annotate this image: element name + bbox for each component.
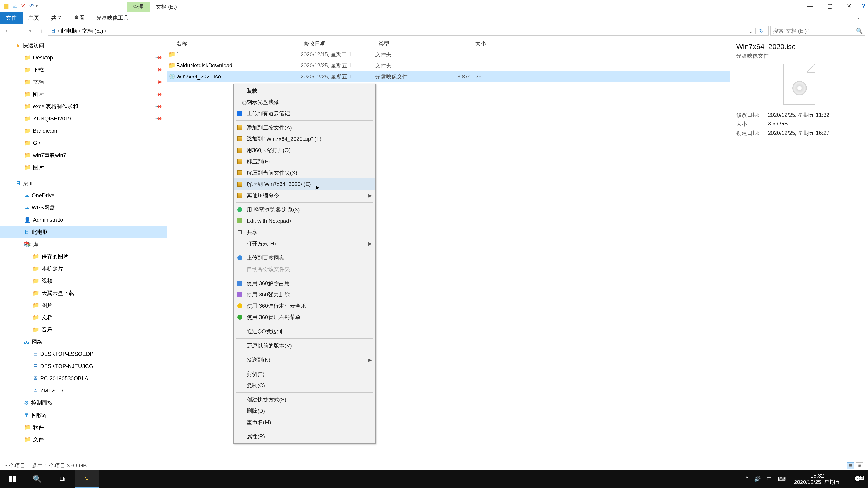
minimize-button[interactable]: — [801, 0, 820, 12]
file-row[interactable]: 📁 1 2020/12/15, 星期二 1... 文件夹 [167, 49, 730, 60]
expand-ribbon-icon[interactable]: ⌄ [857, 15, 861, 21]
chevron-right-icon[interactable]: › [57, 29, 59, 33]
tree-item[interactable]: 🖥PC-20190530OBLA [0, 372, 167, 385]
tree-item[interactable]: ☁OneDrive [0, 189, 167, 201]
taskbar-clock[interactable]: 16:32 2020/12/25, 星期五 [792, 473, 843, 485]
ribbon-tab-home[interactable]: 主页 [23, 12, 45, 24]
help-icon[interactable]: ? [859, 0, 868, 12]
menu-item[interactable]: 其他压缩命令▶ [234, 190, 375, 201]
refresh-icon[interactable]: ↻ [757, 28, 766, 34]
menu-item[interactable]: 删除(D) [234, 405, 375, 417]
menu-item[interactable]: 使用 360强力删除 [234, 289, 375, 300]
undo-icon[interactable]: ↶ [28, 2, 36, 10]
ribbon-tab-iso-tools[interactable]: 光盘映像工具 [90, 12, 135, 24]
tree-item[interactable]: ☁WPS网盘 [0, 201, 167, 214]
tray-overflow-icon[interactable]: ˄ [745, 476, 748, 482]
tree-item[interactable]: 📁视频 [0, 275, 167, 287]
contextual-tab-manage[interactable]: 管理 [127, 2, 150, 12]
nav-recent-dropdown[interactable]: ▾ [25, 26, 35, 36]
tree-item[interactable]: 📁图片 [0, 299, 167, 311]
navigation-tree[interactable]: ★快速访问 📁Desktop📌📁下载📌📁文档📌📁图片📌📁excel表格制作求和📌… [0, 38, 167, 461]
menu-item[interactable]: 添加到压缩文件(A)... [234, 122, 375, 133]
tree-item[interactable]: 📁文档📌 [0, 76, 167, 88]
tree-item[interactable]: 📁文件 [0, 433, 167, 446]
tree-item[interactable]: 📁本机照片 [0, 263, 167, 275]
tree-item[interactable]: 📁Desktop📌 [0, 52, 167, 64]
breadcrumb-segment[interactable]: 文档 (E:) [82, 27, 103, 35]
tree-item[interactable]: 🖥DESKTOP-LSSOEDP [0, 348, 167, 360]
col-date[interactable]: 修改日期 [301, 40, 375, 47]
menu-item[interactable]: 使用 360进行木马云查杀 [234, 300, 375, 312]
chevron-right-icon[interactable]: › [104, 29, 107, 33]
qat-dropdown-icon[interactable]: ▾ [36, 4, 40, 8]
tree-item[interactable]: 📁软件 [0, 421, 167, 433]
tree-item[interactable]: 📁win7重装win7 [0, 149, 167, 161]
menu-item[interactable]: 共享 [234, 227, 375, 238]
delete-icon[interactable]: ✕ [20, 2, 27, 10]
tree-item[interactable]: 🖥DESKTOP-NJEU3CG [0, 360, 167, 372]
menu-item[interactable]: Edit with Notepad++ [234, 215, 375, 227]
menu-item[interactable]: 发送到(N)▶ [234, 354, 375, 365]
tree-item[interactable]: 📁天翼云盘下载 [0, 287, 167, 299]
tree-item[interactable]: 📁YUNQISHI2019📌 [0, 112, 167, 125]
tree-item[interactable]: 🗑回收站 [0, 409, 167, 421]
view-thumbnails-button[interactable]: ▦ [856, 462, 864, 469]
file-tab[interactable]: 文件 [0, 12, 23, 24]
tree-item[interactable]: 📁音乐 [0, 324, 167, 336]
context-menu[interactable]: 装载刻录光盘映像上传到有道云笔记添加到压缩文件(A)...添加到 "Win7x6… [233, 84, 376, 444]
tree-item[interactable]: 📁excel表格制作求和📌 [0, 100, 167, 112]
col-size[interactable]: 大小 [438, 40, 493, 47]
col-name[interactable]: 名称 [167, 40, 301, 47]
menu-item[interactable]: 解压到当前文件夹(X) [234, 167, 375, 178]
close-button[interactable]: ✕ [839, 0, 859, 12]
tree-item[interactable]: 🖥ZMT2019 [0, 385, 167, 397]
search-icon[interactable]: 🔍 [856, 28, 863, 34]
search-box[interactable]: 搜索"文档 (E:)" 🔍 [770, 26, 865, 36]
menu-item[interactable]: 通过QQ发送到 [234, 326, 375, 337]
file-row[interactable]: 💿 Win7x64_2020.iso 2020/12/25, 星期五 1... … [167, 71, 730, 82]
tree-item[interactable]: 📁图片 [0, 161, 167, 173]
menu-item[interactable]: 剪切(T) [234, 368, 375, 380]
menu-item[interactable]: 重命名(M) [234, 417, 375, 428]
ribbon-tab-view[interactable]: 查看 [68, 12, 90, 24]
tree-item[interactable]: 📁Bandicam [0, 125, 167, 137]
chevron-right-icon[interactable]: › [79, 29, 81, 33]
nav-forward-button[interactable]: → [14, 26, 24, 36]
menu-item[interactable]: 添加到 "Win7x64_2020.zip" (T) [234, 133, 375, 144]
menu-item[interactable]: 用 蜂蜜浏览器 浏览(3) [234, 204, 375, 215]
menu-item[interactable]: 解压到(F)... [234, 156, 375, 167]
tree-item[interactable]: ⚙控制面板 [0, 397, 167, 409]
menu-item[interactable]: 上传到百度网盘 [234, 252, 375, 263]
file-row[interactable]: 📁 BaiduNetdiskDownload 2020/12/25, 星期五 1… [167, 60, 730, 71]
menu-item[interactable]: 装载 [234, 85, 375, 96]
ribbon-tab-share[interactable]: 共享 [45, 12, 68, 24]
tree-item[interactable]: 📁图片📌 [0, 88, 167, 100]
tree-desktop[interactable]: 🖥桌面 [0, 177, 167, 189]
menu-item[interactable]: 复制(C) [234, 380, 375, 391]
column-headers[interactable]: 名称 修改日期 类型 大小 [167, 38, 730, 49]
properties-icon[interactable]: ☑ [11, 2, 19, 10]
tree-item[interactable]: 👤Administrator [0, 214, 167, 226]
menu-item[interactable]: 属性(R) [234, 431, 375, 442]
tree-network[interactable]: 🖧网络 [0, 336, 167, 348]
tree-item[interactable]: 📁文档 [0, 311, 167, 324]
address-dropdown-icon[interactable]: ⌄ [746, 28, 756, 34]
menu-item[interactable]: 还原以前的版本(V) [234, 340, 375, 351]
address-bar[interactable]: 🖥 › 此电脑 › 文档 (E:) › ⌄ ↻ [48, 26, 769, 36]
tree-quick-access[interactable]: ★快速访问 [0, 39, 167, 52]
menu-item[interactable]: 上传到有道云笔记 [234, 108, 375, 119]
taskbar-explorer[interactable]: 🗂 [74, 470, 99, 488]
menu-item[interactable]: 刻录光盘映像 [234, 96, 375, 108]
breadcrumb-root[interactable]: 此电脑 [61, 27, 77, 35]
menu-item[interactable]: 用360压缩打开(Q) [234, 144, 375, 156]
menu-item[interactable]: 使用 360管理右键菜单 [234, 312, 375, 323]
system-tray[interactable]: ˄ 🔊 中 ⌨ 16:32 2020/12/25, 星期五 💬3 [745, 473, 868, 485]
menu-item[interactable]: 创建快捷方式(S) [234, 394, 375, 405]
start-button[interactable] [0, 470, 25, 488]
volume-icon[interactable]: 🔊 [754, 476, 761, 482]
col-type[interactable]: 类型 [375, 40, 438, 47]
action-center-icon[interactable]: 💬3 [848, 476, 867, 482]
view-details-button[interactable]: ☰ [847, 462, 855, 469]
keyboard-icon[interactable]: ⌨ [778, 476, 786, 482]
tree-item[interactable]: 📁保存的图片 [0, 250, 167, 263]
